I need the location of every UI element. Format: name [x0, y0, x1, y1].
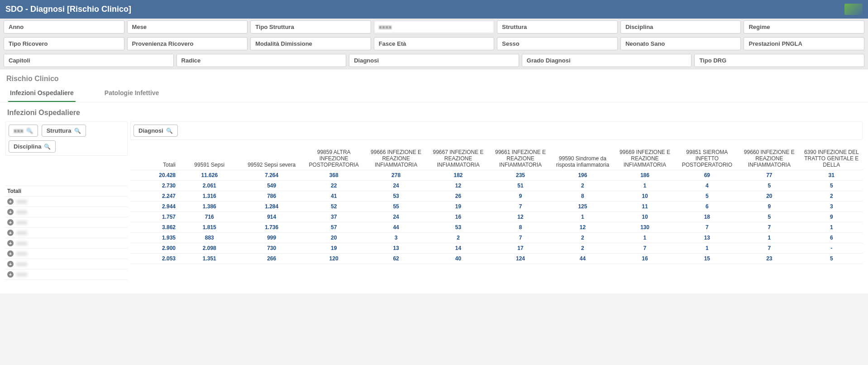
expand-icon[interactable]: + [7, 261, 14, 267]
data-cell: 9 [738, 201, 800, 211]
data-cell: 2.730 [130, 180, 178, 191]
data-cell: 2 [552, 180, 614, 191]
data-cell: 22 [303, 180, 365, 191]
filter-hidden[interactable]: xxxx [374, 20, 495, 34]
data-cell: 2.098 [178, 243, 240, 253]
filter-sesso[interactable]: Sesso [497, 37, 618, 50]
col-header: 99859 ALTRA INFEZIONE POSTOPERATORIA [303, 144, 365, 170]
data-cell: 24 [365, 211, 427, 222]
data-cell: 2 [427, 232, 489, 243]
data-cell: 19 [303, 243, 365, 253]
data-cell: 8 [489, 222, 551, 232]
data-cell: 57 [303, 222, 365, 232]
filter-tipo-ricovero[interactable]: Tipo Ricovero [4, 37, 124, 50]
data-cell: 1 [738, 232, 800, 243]
data-cell: 12 [427, 180, 489, 191]
data-cell: 1.757 [130, 211, 178, 222]
tab-patologie-infettive[interactable]: Patologie Infettive [103, 86, 161, 102]
filter-struttura[interactable]: Struttura [497, 20, 618, 34]
row-label: +xxxx [5, 196, 128, 207]
expand-icon[interactable]: + [7, 250, 14, 257]
filter-anno[interactable]: Anno [4, 20, 124, 34]
col-header: 99851 SIEROMA INFETTO POSTOPERATORIO [676, 144, 738, 170]
data-cell: 7 [738, 222, 800, 232]
data-cell: 125 [552, 201, 614, 211]
data-cell: 266 [240, 253, 302, 264]
data-cell: 1 [676, 243, 738, 253]
col-header: 99661 INFEZIONE E REAZIONE INFIAMMATORIA [489, 144, 551, 170]
data-cell: 7 [676, 222, 738, 232]
data-cell: 44 [365, 222, 427, 232]
data-cell: 6 [676, 201, 738, 211]
data-cell: 37 [303, 211, 365, 222]
expand-icon[interactable]: + [7, 240, 14, 246]
data-cell: - [801, 243, 863, 253]
expand-icon[interactable]: + [7, 230, 14, 236]
data-cell: 26 [427, 191, 489, 201]
data-cell: 23 [738, 253, 800, 264]
data-cell: 2 [552, 243, 614, 253]
data-cell: 7.264 [240, 170, 302, 180]
data-cell: 4 [676, 180, 738, 191]
col-header: 99667 INFEZIONE E REAZIONE INFIAMMATORIA [427, 144, 489, 170]
data-cell: 12 [552, 222, 614, 232]
data-cell: 120 [303, 253, 365, 264]
data-cell: 2.247 [130, 191, 178, 201]
subsection-title: Infezioni Ospedaliere [5, 106, 863, 121]
dim-chip-hidden[interactable]: xxx🔍 [9, 125, 38, 137]
data-cell: 3 [801, 201, 863, 211]
dim-chip-diagnosi[interactable]: Diagnosi🔍 [134, 125, 178, 137]
filter-diagnosi[interactable]: Diagnosi [349, 54, 519, 67]
tab-infezioni-ospedaliere[interactable]: Infezioni Ospedaliere [8, 86, 76, 102]
col-header: 99591 Sepsi [178, 144, 240, 170]
data-cell: 1.316 [178, 191, 240, 201]
data-cell: 786 [240, 191, 302, 201]
expand-icon[interactable]: + [7, 219, 14, 226]
col-header: 99592 Sepsi severa [240, 144, 302, 170]
app-header: SDO - Diagnosi [Rischio Clinico] [0, 0, 868, 19]
search-icon: 🔍 [44, 144, 51, 150]
data-cell: 44 [552, 253, 614, 264]
data-cell: 53 [427, 222, 489, 232]
filter-grado-diagnosi[interactable]: Grado Diagnosi [522, 54, 692, 67]
filter-provenienza-ricovero[interactable]: Provenienza Ricovero [127, 37, 248, 50]
data-cell: 12 [489, 211, 551, 222]
dim-chip-struttura[interactable]: Struttura🔍 [42, 125, 86, 137]
filter-neonato-sano[interactable]: Neonato Sano [620, 37, 741, 50]
filter-fasce-età[interactable]: Fasce Età [374, 37, 495, 50]
filter-panel: AnnoMeseTipo StrutturaxxxxStrutturaDisci… [0, 19, 868, 69]
filter-regime[interactable]: Regime [744, 20, 864, 34]
data-cell: 368 [303, 170, 365, 180]
filter-capitoli[interactable]: Capitoli [4, 54, 174, 67]
filter-tipo-struttura[interactable]: Tipo Struttura [250, 20, 371, 34]
filter-prestazioni-pngla[interactable]: Prestazioni PNGLA [744, 37, 864, 50]
expand-icon[interactable]: + [7, 209, 14, 215]
data-cell: 13 [676, 232, 738, 243]
data-cell: 1.351 [178, 253, 240, 264]
data-cell: 17 [489, 243, 551, 253]
dim-chip-disciplina[interactable]: Disciplina🔍 [9, 140, 56, 153]
data-cell: 1.284 [240, 201, 302, 211]
data-cell: 13 [365, 243, 427, 253]
page-title: SDO - Diagnosi [Rischio Clinico] [5, 5, 131, 14]
data-cell: 5 [801, 253, 863, 264]
data-cell: 186 [614, 170, 676, 180]
row-label: +xxxx [5, 238, 128, 248]
data-cell: 52 [303, 201, 365, 211]
filter-tipo-drg[interactable]: Tipo DRG [694, 54, 864, 67]
filter-mese[interactable]: Mese [127, 20, 248, 34]
filter-radice[interactable]: Radice [176, 54, 347, 67]
data-cell: 10 [614, 191, 676, 201]
data-cell: 14 [427, 243, 489, 253]
expand-icon[interactable]: + [7, 271, 14, 278]
expand-icon[interactable]: + [7, 198, 14, 205]
data-cell: 278 [365, 170, 427, 180]
data-cell: 2 [801, 191, 863, 201]
data-cell: 16 [614, 253, 676, 264]
filter-disciplina[interactable]: Disciplina [620, 20, 741, 34]
data-cell: 1.386 [178, 201, 240, 211]
data-cell: 1 [801, 222, 863, 232]
filter-modalità-dimissione[interactable]: Modalità Dimissione [250, 37, 371, 50]
data-cell: 2.944 [130, 201, 178, 211]
data-cell: 914 [240, 211, 302, 222]
